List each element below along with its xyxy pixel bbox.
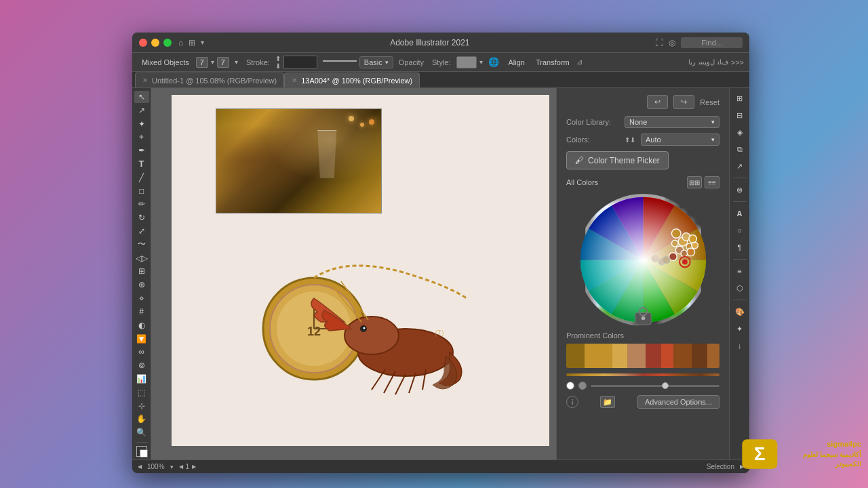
- color-swatches-icon[interactable]: 🎨: [732, 304, 747, 319]
- perspective-grid[interactable]: ⋄: [134, 292, 149, 304]
- colors-spinner[interactable]: ⬆⬇: [625, 136, 635, 144]
- stroke-arrows[interactable]: ⬆⬇: [275, 55, 281, 70]
- stroke-value-box[interactable]: [283, 56, 317, 69]
- properties-icon[interactable]: ⊟: [732, 108, 747, 123]
- layers-expand-icon[interactable]: ⊞: [732, 91, 747, 106]
- select-arrow: ▾: [711, 119, 715, 125]
- second-value[interactable]: 7: [217, 57, 229, 68]
- hue-slider-thumb[interactable]: [662, 382, 669, 389]
- style-dropdown[interactable]: ▾: [479, 58, 483, 66]
- blend-tool[interactable]: ∞: [134, 346, 149, 358]
- tab-close-2[interactable]: ✕: [292, 77, 297, 84]
- transform-label[interactable]: Transform: [532, 57, 574, 68]
- copy-icon[interactable]: ⧉: [732, 142, 747, 157]
- direct-selection-tool[interactable]: ↗: [134, 104, 149, 117]
- colors-row: Colors: ⬆⬇ Auto ▾: [566, 134, 719, 146]
- free-transform[interactable]: ⊞: [134, 266, 149, 278]
- eyedropper-icon: 🖋: [575, 155, 584, 165]
- warp-tool[interactable]: 〜: [134, 239, 149, 251]
- page-prev[interactable]: ◀: [179, 464, 183, 470]
- color-wheel-svg[interactable]: [577, 194, 709, 326]
- column-graph[interactable]: 📊: [134, 373, 149, 385]
- rectangle-tool[interactable]: □: [134, 185, 149, 197]
- hand-tool[interactable]: ✋: [134, 413, 149, 426]
- more-icon[interactable]: >>>: [731, 58, 744, 66]
- more-panels-icon[interactable]: ↓: [732, 338, 747, 353]
- page-nav: ◀ 1 ▶: [179, 463, 197, 470]
- fullscreen-icon[interactable]: ⛶: [655, 38, 663, 47]
- gray-dot[interactable]: [578, 382, 587, 390]
- white-dot[interactable]: [566, 382, 574, 390]
- selection-tool[interactable]: ↖: [134, 91, 149, 103]
- scale-tool[interactable]: ⤢: [134, 225, 149, 237]
- title-right-controls: ⛶ ◎ Find...: [655, 37, 743, 48]
- info-button[interactable]: i: [566, 396, 578, 408]
- dropdown-small2[interactable]: ▾: [235, 58, 238, 66]
- zoom-dropdown[interactable]: ▾: [170, 464, 174, 470]
- artboard-tool[interactable]: ⬚: [134, 386, 149, 399]
- magic-wand-tool[interactable]: ✦: [134, 118, 149, 130]
- tab-close-1[interactable]: ✕: [142, 77, 148, 84]
- globe-icon[interactable]: 🌐: [488, 57, 499, 67]
- color-theme-picker-button[interactable]: 🖋 Color Theme Picker: [566, 151, 669, 169]
- hue-slider[interactable]: [591, 385, 719, 387]
- colors-select[interactable]: Auto ▾: [641, 134, 719, 146]
- tool-name: Selection: [707, 463, 734, 470]
- typography-icon[interactable]: A: [732, 206, 747, 221]
- shape-builder[interactable]: ⊕: [134, 279, 149, 291]
- tab-untitled[interactable]: ✕ Untitled-1 @ 105.08% (RGB/Preview): [135, 73, 284, 87]
- basic-dropdown[interactable]: Basic ▾: [359, 56, 393, 68]
- redo-button[interactable]: ↪: [673, 95, 694, 109]
- close-button[interactable]: [139, 39, 147, 47]
- transform-icon[interactable]: ⊿: [576, 58, 583, 66]
- paragraph-icon[interactable]: ¶: [732, 240, 747, 255]
- mixed-objects-label[interactable]: Mixed Objects: [138, 57, 193, 68]
- undo-button[interactable]: ↩: [647, 95, 668, 109]
- page-next[interactable]: ▶: [192, 464, 196, 470]
- align-icon[interactable]: ≡: [732, 264, 747, 279]
- home-icon[interactable]: ⌂: [178, 38, 183, 47]
- fill-swatch[interactable]: [136, 446, 147, 457]
- zoom-tool[interactable]: 🔍: [134, 426, 149, 439]
- maximize-button[interactable]: [163, 39, 172, 47]
- status-arrow-left[interactable]: ◀: [138, 464, 142, 470]
- brushes-icon[interactable]: ✦: [732, 321, 747, 336]
- layers-icon[interactable]: ⊗: [732, 182, 747, 197]
- pen-tool[interactable]: ✒: [134, 144, 149, 157]
- pathfinder-icon[interactable]: ⬡: [732, 281, 747, 296]
- color-library-value: None: [629, 118, 647, 126]
- cc-libraries-icon[interactable]: ◈: [732, 125, 747, 140]
- export-icon[interactable]: ↗: [732, 159, 747, 174]
- page-indicator: 1: [186, 463, 190, 470]
- width-tool[interactable]: ◁▷: [134, 252, 149, 264]
- illustration-area: 12: [209, 217, 494, 413]
- line-tool[interactable]: ╱: [134, 171, 149, 184]
- rotate-tool[interactable]: ↻: [134, 211, 149, 224]
- canvas-area[interactable]: 12: [151, 88, 556, 460]
- grid-view-btn[interactable]: ⊞⊞: [687, 176, 702, 188]
- text-tool[interactable]: T: [134, 158, 149, 170]
- stroke-swatch[interactable]: [140, 449, 148, 458]
- reset-button[interactable]: Reset: [700, 98, 719, 106]
- style-color-swatch[interactable]: [456, 56, 477, 68]
- color-library-select[interactable]: None ▾: [625, 116, 719, 128]
- align-label[interactable]: Align: [505, 57, 529, 68]
- location-icon[interactable]: ◎: [669, 38, 675, 47]
- paintbrush-tool[interactable]: ✏: [134, 199, 149, 211]
- glyphs-icon[interactable]: ○: [732, 223, 747, 238]
- mixed-objects-value[interactable]: 7: [196, 57, 208, 68]
- mesh-tool[interactable]: #: [134, 306, 149, 318]
- slice-tool[interactable]: ⊹: [134, 400, 149, 412]
- minimize-button[interactable]: [151, 39, 159, 47]
- search-bar[interactable]: Find...: [681, 37, 743, 48]
- symbol-sprayer[interactable]: ⊚: [134, 359, 149, 371]
- dropdown-small[interactable]: ▾: [211, 58, 214, 66]
- gradient-tool[interactable]: ◐: [134, 319, 149, 331]
- advanced-options-button[interactable]: Advanced Options...: [637, 395, 719, 409]
- lasso-tool[interactable]: ⌖: [134, 131, 149, 143]
- tab-13a004[interactable]: ✕ 13A004* @ 100% (RGB/Preview): [284, 73, 420, 87]
- folder-button[interactable]: 📁: [600, 396, 615, 408]
- eyedropper-tool[interactable]: 🔽: [134, 333, 149, 345]
- list-view-btn[interactable]: ≡≡: [705, 176, 719, 188]
- grid-icon[interactable]: ⊞: [189, 38, 195, 47]
